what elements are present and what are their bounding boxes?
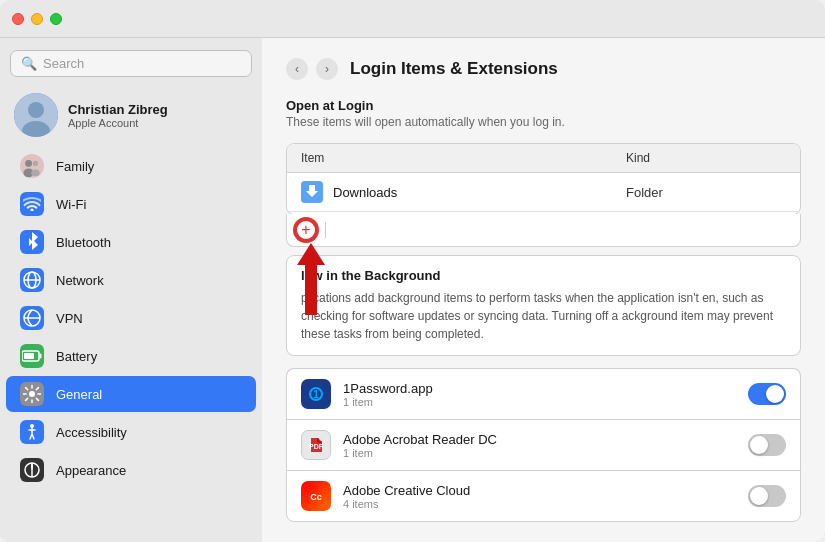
- sidebar: 🔍 Christian Zibreg Apple Account: [0, 38, 262, 542]
- arrow-head: [297, 243, 325, 265]
- search-input[interactable]: [43, 56, 241, 71]
- search-bar[interactable]: 🔍: [10, 50, 252, 77]
- row-name-downloads: Downloads: [333, 185, 397, 200]
- toggle-1password[interactable]: [748, 383, 786, 405]
- sidebar-item-label-battery: Battery: [56, 349, 97, 364]
- col-kind-header: Kind: [626, 151, 786, 165]
- network-icon: [20, 268, 44, 292]
- sidebar-item-family[interactable]: Family: [6, 148, 256, 184]
- sidebar-item-label-vpn: VPN: [56, 311, 83, 326]
- section-title: Open at Login: [286, 98, 801, 113]
- profile-name: Christian Zibreg: [68, 102, 168, 117]
- sidebar-item-wifi[interactable]: Wi-Fi: [6, 186, 256, 222]
- table-row[interactable]: Downloads Folder: [287, 173, 800, 212]
- search-icon: 🔍: [21, 56, 37, 71]
- avatar: [14, 93, 58, 137]
- app-info-acrobat: Adobe Acrobat Reader DC 1 item: [343, 432, 748, 459]
- nav-header: ‹ › Login Items & Extensions: [286, 58, 801, 80]
- app-info-creative-cloud: Adobe Creative Cloud 4 items: [343, 483, 748, 510]
- sidebar-item-general[interactable]: General: [6, 376, 256, 412]
- svg-rect-15: [24, 353, 34, 359]
- svg-point-5: [33, 161, 38, 166]
- sidebar-item-label-accessibility: Accessibility: [56, 425, 127, 440]
- arrow-shaft: [305, 265, 317, 315]
- svg-point-1: [28, 102, 44, 118]
- annotation-arrow: [297, 243, 325, 315]
- sidebar-item-battery[interactable]: Battery: [6, 338, 256, 374]
- profile-subtitle: Apple Account: [68, 117, 168, 129]
- sidebar-item-appearance[interactable]: Appearance: [6, 452, 256, 488]
- app-name-1password: 1Password.app: [343, 381, 748, 396]
- traffic-lights: [12, 13, 62, 25]
- sidebar-item-accessibility[interactable]: Accessibility: [6, 414, 256, 450]
- app-name-acrobat: Adobe Acrobat Reader DC: [343, 432, 748, 447]
- table-header: Item Kind: [287, 144, 800, 173]
- open-at-login-section: Open at Login These items will open auto…: [286, 98, 801, 129]
- profile-info: Christian Zibreg Apple Account: [68, 102, 168, 129]
- vpn-icon: [20, 306, 44, 330]
- add-button[interactable]: +: [295, 219, 317, 241]
- page-title: Login Items & Extensions: [350, 59, 558, 79]
- profile-section[interactable]: Christian Zibreg Apple Account: [0, 87, 262, 147]
- app-list: 1 1Password.app 1 item: [286, 368, 801, 522]
- app-row-1password[interactable]: 1 1Password.app 1 item: [286, 368, 801, 419]
- sidebar-item-network[interactable]: Network: [6, 262, 256, 298]
- sidebar-item-label-general: General: [56, 387, 102, 402]
- col-item-header: Item: [301, 151, 626, 165]
- sidebar-item-label-bluetooth: Bluetooth: [56, 235, 111, 250]
- toggle-knob: [766, 385, 784, 403]
- appearance-icon: [20, 458, 44, 482]
- downloads-icon: [301, 181, 323, 203]
- toggle-knob: [750, 436, 768, 454]
- sidebar-item-label-wifi: Wi-Fi: [56, 197, 86, 212]
- svg-point-7: [31, 169, 40, 176]
- toggle-creative-cloud[interactable]: [748, 485, 786, 507]
- toggle-knob: [750, 487, 768, 505]
- section-subtitle: These items will open automatically when…: [286, 115, 801, 129]
- background-section: low in the Background plications add bac…: [286, 255, 801, 356]
- login-items-table: Item Kind Downloads Folder: [286, 143, 801, 215]
- sidebar-item-vpn[interactable]: VPN: [6, 300, 256, 336]
- wifi-icon: [20, 192, 44, 216]
- sidebar-item-label-family: Family: [56, 159, 94, 174]
- separator: [325, 222, 326, 238]
- battery-icon: [20, 344, 44, 368]
- svg-text:1: 1: [313, 389, 319, 400]
- accessibility-icon: [20, 420, 44, 444]
- maximize-button[interactable]: [50, 13, 62, 25]
- sidebar-item-label-appearance: Appearance: [56, 463, 126, 478]
- add-remove-container: +: [286, 215, 801, 247]
- svg-point-4: [25, 160, 32, 167]
- app-row-creative-cloud[interactable]: Cc Adobe Creative Cloud 4 items: [286, 470, 801, 522]
- app-info-1password: 1Password.app 1 item: [343, 381, 748, 408]
- app-count-creative-cloud: 4 items: [343, 498, 748, 510]
- sidebar-item-bluetooth[interactable]: Bluetooth: [6, 224, 256, 260]
- app-count-acrobat: 1 item: [343, 447, 748, 459]
- back-button[interactable]: ‹: [286, 58, 308, 80]
- svg-rect-14: [40, 354, 42, 359]
- content-area: 🔍 Christian Zibreg Apple Account: [0, 38, 825, 542]
- close-button[interactable]: [12, 13, 24, 25]
- 1password-icon: 1: [301, 379, 331, 409]
- svg-point-16: [29, 391, 35, 397]
- bluetooth-icon: [20, 230, 44, 254]
- sidebar-item-label-network: Network: [56, 273, 104, 288]
- main-content: ‹ › Login Items & Extensions Open at Log…: [262, 38, 825, 542]
- bg-title: low in the Background: [301, 268, 786, 283]
- system-preferences-window: 🔍 Christian Zibreg Apple Account: [0, 0, 825, 542]
- add-remove-row: +: [286, 214, 801, 247]
- general-icon: [20, 382, 44, 406]
- acrobat-icon: PDF: [301, 430, 331, 460]
- minimize-button[interactable]: [31, 13, 43, 25]
- svg-text:Cc: Cc: [310, 492, 322, 502]
- app-name-creative-cloud: Adobe Creative Cloud: [343, 483, 748, 498]
- family-icon: [20, 154, 44, 178]
- creative-cloud-icon: Cc: [301, 481, 331, 511]
- app-row-acrobat[interactable]: PDF Adobe Acrobat Reader DC 1 item: [286, 419, 801, 470]
- app-count-1password: 1 item: [343, 396, 748, 408]
- svg-text:PDF: PDF: [309, 443, 324, 450]
- bg-description: plications add background items to perfo…: [301, 289, 786, 343]
- row-kind-downloads: Folder: [626, 185, 786, 200]
- toggle-acrobat[interactable]: [748, 434, 786, 456]
- forward-button[interactable]: ›: [316, 58, 338, 80]
